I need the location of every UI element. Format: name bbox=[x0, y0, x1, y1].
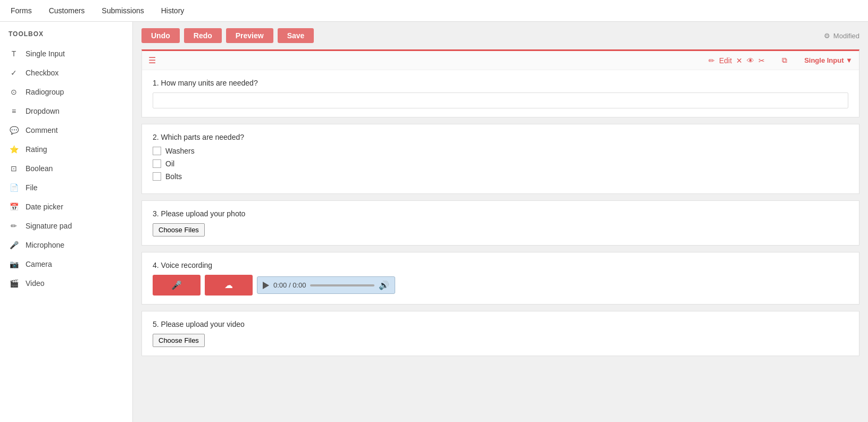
form-section-q5: 5. Please upload your video Choose Files bbox=[141, 311, 859, 356]
sidebar-item-date-picker[interactable]: 📅 Date picker bbox=[0, 197, 132, 216]
gear-icon: ⚙ bbox=[824, 32, 830, 40]
form-section-q2: 2. Which parts are needed? Washers Oil B… bbox=[141, 124, 859, 194]
sidebar-label-single-input: Single Input bbox=[26, 49, 65, 58]
nav-forms[interactable]: Forms bbox=[9, 0, 34, 22]
question-label-q4: 4. Voice recording bbox=[153, 261, 848, 269]
record-button[interactable]: 🎤 bbox=[153, 275, 201, 296]
checkbox-label-bolts: Bolts bbox=[165, 172, 182, 181]
play-button[interactable] bbox=[263, 282, 269, 289]
eye-icon[interactable]: 👁 bbox=[747, 56, 754, 65]
checkbox-label-oil: Oil bbox=[165, 159, 174, 168]
sidebar-item-dropdown[interactable]: ≡ Dropdown bbox=[0, 102, 132, 121]
sidebar-label-signature-pad: Signature pad bbox=[26, 222, 72, 230]
file-icon: 📄 bbox=[9, 182, 19, 193]
section-header-q1: ☰ ✏ Edit ✕ 👁 ✂ ⧉ Single Input ▼ bbox=[142, 51, 859, 70]
signature-pad-icon: ✏ bbox=[9, 221, 19, 231]
cloud-upload-button[interactable]: ☁ bbox=[205, 275, 253, 296]
camera-icon: 📷 bbox=[9, 259, 19, 269]
dropdown-icon: ≡ bbox=[9, 106, 19, 116]
sidebar-label-rating: Rating bbox=[26, 145, 47, 154]
section-type-badge[interactable]: Single Input ▼ bbox=[804, 56, 853, 64]
section-body-q3: 3. Please upload your photo Choose Files bbox=[142, 201, 859, 245]
edit-pencil-icon[interactable]: ✏ bbox=[708, 56, 715, 65]
rating-icon: ⭐ bbox=[9, 144, 19, 155]
close-circle-icon[interactable]: ✕ bbox=[736, 56, 742, 65]
sidebar-label-radiogroup: Radiogroup bbox=[26, 88, 64, 96]
sidebar-label-video: Video bbox=[26, 279, 45, 288]
section-body-q4: 4. Voice recording 🎤 ☁ 0:00 / 0:00 🔊 bbox=[142, 252, 859, 304]
sidebar-label-checkbox: Checkbox bbox=[26, 69, 59, 77]
checkbox-oil: Oil bbox=[153, 159, 848, 168]
checkbox-washers: Washers bbox=[153, 147, 848, 155]
nav-customers[interactable]: Customers bbox=[47, 0, 87, 22]
checkbox-label-washers: Washers bbox=[165, 147, 195, 155]
form-section-q4: 4. Voice recording 🎤 ☁ 0:00 / 0:00 🔊 bbox=[141, 252, 859, 305]
audio-player: 0:00 / 0:00 🔊 bbox=[257, 276, 395, 294]
preview-button[interactable]: Preview bbox=[226, 28, 273, 43]
question-label-q3: 3. Please upload your photo bbox=[153, 209, 848, 218]
sidebar-item-microphone[interactable]: 🎤 Microphone bbox=[0, 235, 132, 255]
undo-button[interactable]: Undo bbox=[141, 28, 180, 43]
sidebar-item-file[interactable]: 📄 File bbox=[0, 178, 132, 197]
sidebar-label-comment: Comment bbox=[26, 126, 58, 134]
sidebar-label-camera: Camera bbox=[26, 260, 52, 268]
sidebar-label-dropdown: Dropdown bbox=[26, 107, 60, 115]
sidebar-item-camera[interactable]: 📷 Camera bbox=[0, 255, 132, 274]
comment-icon: 💬 bbox=[9, 125, 19, 136]
sidebar-item-signature-pad[interactable]: ✏ Signature pad bbox=[0, 216, 132, 235]
status-text: Modified bbox=[833, 32, 859, 40]
single-input-field[interactable] bbox=[153, 92, 848, 108]
save-button[interactable]: Save bbox=[278, 28, 314, 43]
microphone-icon: 🎤 bbox=[9, 240, 19, 250]
choose-files-video-button[interactable]: Choose Files bbox=[153, 334, 205, 347]
scissors-icon[interactable]: ✂ bbox=[758, 56, 765, 65]
top-nav: Forms Customers Submissions History bbox=[0, 0, 868, 22]
checkbox-icon: ✓ bbox=[9, 67, 19, 78]
sidebar-item-single-input[interactable]: T Single Input bbox=[0, 44, 132, 63]
sidebar-item-comment[interactable]: 💬 Comment bbox=[0, 121, 132, 140]
cloud-upload-icon: ☁ bbox=[224, 280, 233, 290]
voice-recording-controls: 🎤 ☁ 0:00 / 0:00 🔊 bbox=[153, 275, 848, 296]
content-area: Undo Redo Preview Save ⚙ Modified ☰ ✏ Ed… bbox=[133, 22, 868, 422]
section-actions-q1: ✏ Edit ✕ 👁 ✂ ⧉ Single Input ▼ bbox=[708, 56, 853, 65]
checkbox-box-oil[interactable] bbox=[153, 159, 161, 168]
checkbox-bolts: Bolts bbox=[153, 172, 848, 181]
section-body-q5: 5. Please upload your video Choose Files bbox=[142, 311, 859, 356]
copy-icon[interactable]: ⧉ bbox=[782, 56, 787, 65]
sidebar-label-boolean: Boolean bbox=[26, 164, 53, 173]
form-section-q1: ☰ ✏ Edit ✕ 👁 ✂ ⧉ Single Input ▼ 1. How bbox=[141, 49, 859, 117]
volume-icon[interactable]: 🔊 bbox=[379, 280, 389, 290]
section-body-q1: 1. How many units are needed? bbox=[142, 70, 859, 117]
question-label-q1: 1. How many units are needed? bbox=[153, 79, 848, 87]
microphone-record-icon: 🎤 bbox=[171, 280, 182, 290]
form-section-q3: 3. Please upload your photo Choose Files bbox=[141, 200, 859, 246]
toolbar: Undo Redo Preview Save ⚙ Modified bbox=[133, 22, 868, 49]
sidebar-item-rating[interactable]: ⭐ Rating bbox=[0, 140, 132, 159]
radiogroup-icon: ⊙ bbox=[9, 87, 19, 97]
edit-label[interactable]: Edit bbox=[719, 56, 732, 65]
sidebar: TOOLBOX T Single Input ✓ Checkbox ⊙ Radi… bbox=[0, 22, 133, 422]
sidebar-item-checkbox[interactable]: ✓ Checkbox bbox=[0, 63, 132, 82]
sidebar-label-file: File bbox=[26, 183, 38, 192]
checkbox-box-washers[interactable] bbox=[153, 147, 161, 155]
main-layout: TOOLBOX T Single Input ✓ Checkbox ⊙ Radi… bbox=[0, 22, 868, 422]
question-label-q5: 5. Please upload your video bbox=[153, 320, 848, 328]
redo-button[interactable]: Redo bbox=[184, 28, 222, 43]
form-builder: ☰ ✏ Edit ✕ 👁 ✂ ⧉ Single Input ▼ 1. How bbox=[133, 49, 868, 371]
toolbox-title: TOOLBOX bbox=[0, 30, 132, 44]
audio-time: 0:00 / 0:00 bbox=[273, 281, 306, 289]
nav-history[interactable]: History bbox=[159, 0, 187, 22]
sidebar-item-boolean[interactable]: ⊡ Boolean bbox=[0, 159, 132, 178]
nav-submissions[interactable]: Submissions bbox=[99, 0, 146, 22]
checkbox-box-bolts[interactable] bbox=[153, 172, 161, 181]
audio-progress-bar[interactable] bbox=[310, 284, 374, 286]
date-picker-icon: 📅 bbox=[9, 201, 19, 212]
single-input-icon: T bbox=[9, 48, 19, 59]
sidebar-label-date-picker: Date picker bbox=[26, 202, 63, 211]
sidebar-item-video[interactable]: 🎬 Video bbox=[0, 274, 132, 293]
sidebar-label-microphone: Microphone bbox=[26, 241, 64, 249]
drag-handle-icon[interactable]: ☰ bbox=[148, 55, 156, 65]
choose-files-photo-button[interactable]: Choose Files bbox=[153, 223, 205, 237]
sidebar-item-radiogroup[interactable]: ⊙ Radiogroup bbox=[0, 82, 132, 102]
question-label-q2: 2. Which parts are needed? bbox=[153, 133, 848, 141]
